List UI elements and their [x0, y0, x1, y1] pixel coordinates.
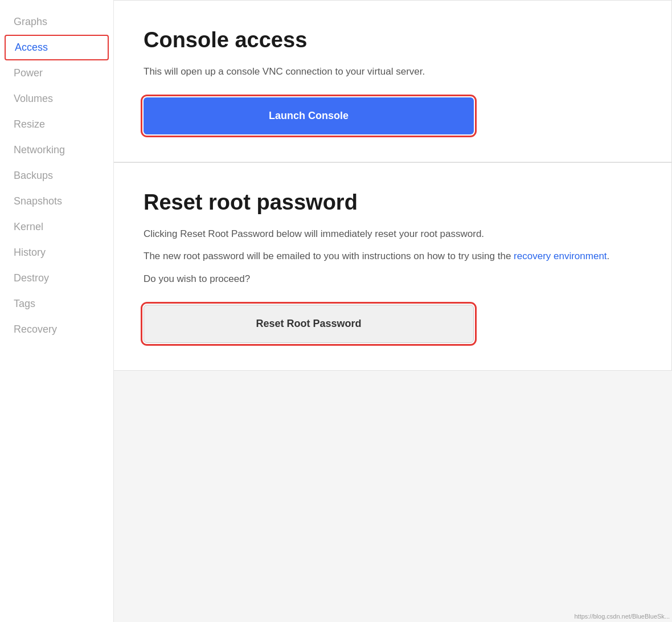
sidebar: Graphs Access Power Volumes Resize Netwo…	[0, 0, 114, 622]
reset-desc-2-after: .	[607, 251, 610, 261]
sidebar-item-kernel[interactable]: Kernel	[0, 214, 113, 240]
main-content: Console access This will open up a conso…	[114, 0, 672, 622]
console-access-card: Console access This will open up a conso…	[114, 0, 672, 162]
reset-password-description: Clicking Reset Root Password below will …	[144, 226, 642, 287]
sidebar-item-snapshots[interactable]: Snapshots	[0, 189, 113, 214]
reset-password-title: Reset root password	[144, 190, 642, 215]
sidebar-item-power[interactable]: Power	[0, 60, 113, 86]
reset-desc-2-before: The new root password will be emailed to…	[144, 251, 514, 261]
launch-console-button[interactable]: Launch Console	[144, 97, 474, 134]
watermark: https://blog.csdn.net/BlueBlueSk...	[574, 613, 670, 620]
reset-desc-2: The new root password will be emailed to…	[144, 248, 642, 264]
recovery-environment-link[interactable]: recovery environment	[514, 251, 607, 261]
console-access-description: This will open up a console VNC connecti…	[144, 64, 642, 79]
sidebar-item-history[interactable]: History	[0, 240, 113, 265]
reset-password-card: Reset root password Clicking Reset Root …	[114, 162, 672, 371]
sidebar-item-tags[interactable]: Tags	[0, 291, 113, 317]
sidebar-item-backups[interactable]: Backups	[0, 163, 113, 189]
reset-desc-3: Do you wish to proceed?	[144, 271, 642, 287]
sidebar-item-access[interactable]: Access	[5, 35, 109, 60]
sidebar-item-resize[interactable]: Resize	[0, 112, 113, 137]
sidebar-item-recovery[interactable]: Recovery	[0, 317, 113, 342]
sidebar-item-graphs[interactable]: Graphs	[0, 9, 113, 35]
sidebar-item-volumes[interactable]: Volumes	[0, 86, 113, 112]
reset-root-password-button[interactable]: Reset Root Password	[144, 305, 474, 343]
reset-desc-1: Clicking Reset Root Password below will …	[144, 226, 642, 242]
console-access-title: Console access	[144, 28, 642, 52]
sidebar-item-destroy[interactable]: Destroy	[0, 265, 113, 291]
sidebar-item-networking[interactable]: Networking	[0, 137, 113, 163]
